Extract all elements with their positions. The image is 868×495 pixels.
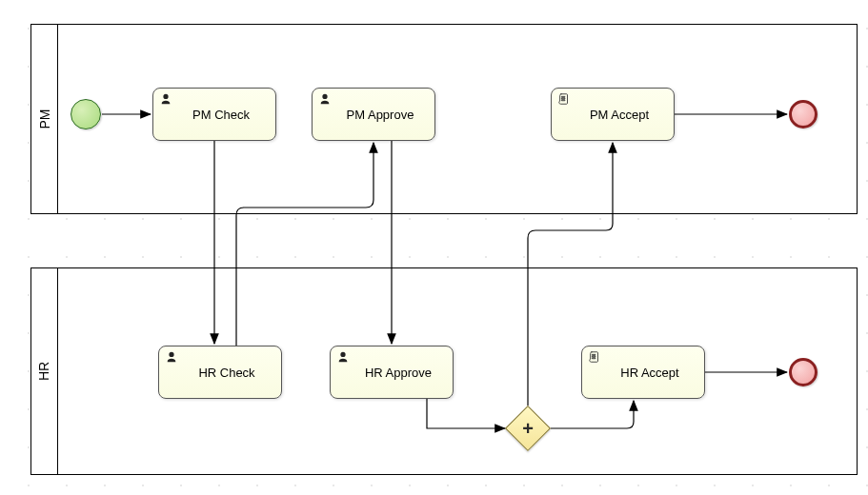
lane-label-wrap-pm: PM bbox=[31, 25, 58, 213]
task-pm-check[interactable]: PM Check bbox=[152, 88, 276, 141]
lane-label-wrap-hr: HR bbox=[31, 268, 58, 474]
user-icon bbox=[165, 350, 178, 364]
task-hr-check[interactable]: HR Check bbox=[158, 346, 282, 399]
task-hr-accept[interactable]: HR Accept bbox=[581, 346, 705, 399]
user-icon bbox=[159, 92, 172, 106]
script-icon bbox=[557, 92, 571, 106]
lane-label-hr: HR bbox=[36, 362, 51, 381]
user-icon bbox=[318, 92, 332, 106]
user-icon bbox=[336, 350, 350, 364]
lane-label-pm: PM bbox=[37, 109, 52, 129]
task-label: PM Accept bbox=[590, 108, 649, 122]
start-event-pm[interactable] bbox=[71, 99, 101, 129]
plus-icon: + bbox=[513, 413, 543, 444]
end-event-hr[interactable] bbox=[789, 358, 818, 386]
task-label: PM Approve bbox=[347, 108, 414, 122]
task-label: HR Accept bbox=[620, 366, 678, 380]
task-pm-accept[interactable]: PM Accept bbox=[551, 88, 675, 141]
task-label: HR Check bbox=[198, 366, 254, 380]
task-label: PM Check bbox=[192, 108, 250, 122]
task-hr-approve[interactable]: HR Approve bbox=[330, 346, 454, 399]
task-pm-approve[interactable]: PM Approve bbox=[312, 88, 435, 141]
end-event-pm[interactable] bbox=[789, 100, 818, 129]
diagram-canvas[interactable]: PM HR + PM Check PM Approve PM Accept bbox=[0, 0, 868, 495]
task-label: HR Approve bbox=[365, 366, 432, 380]
script-icon bbox=[588, 350, 601, 364]
